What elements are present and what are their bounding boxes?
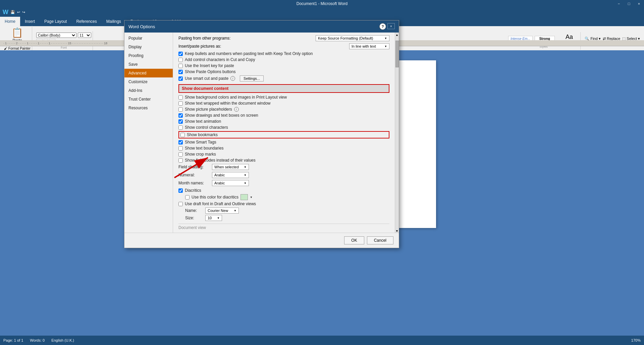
checkbox-drawings-label: Show drawings and text boxes on screen [185, 113, 258, 118]
smart-cut-info-icon[interactable]: i [230, 76, 235, 81]
checkbox-field-codes-input[interactable] [178, 158, 183, 163]
checkbox-smart-tags-input[interactable] [178, 140, 183, 145]
numeral-dropdown[interactable]: Arabic ▼ [212, 172, 249, 178]
insert-pictures-dropdown[interactable]: In line with text ▼ [349, 43, 389, 49]
modal-overlay: Word Options ? × Popular Display Proofin… [0, 0, 644, 345]
checkbox-draft-font-label: Use draft font in Draft and Outline view… [185, 202, 256, 206]
insert-pictures-label: Insert/paste pictures as: [178, 44, 221, 49]
sidebar-item-advanced[interactable]: Advanced [124, 69, 173, 77]
checkbox-bookmarks-label: Show bookmarks [187, 132, 218, 137]
status-words: Words: 0 [30, 338, 45, 342]
sidebar-item-popular[interactable]: Popular [124, 34, 173, 43]
checkbox-keep-bullets-label: Keep bullets and numbers when pasting te… [185, 51, 313, 56]
sidebar-item-addins[interactable]: Add-Ins [124, 86, 173, 95]
checkbox-control-chars-input[interactable] [178, 125, 183, 130]
checkbox-text-wrapped-label: Show text wrapped within the document wi… [185, 101, 270, 106]
month-names-dropdown[interactable]: Arabic ▼ [212, 180, 249, 186]
checkbox-use-color-diacritics: Use this color for diacritics ▼ [185, 194, 389, 200]
numeral-value: Arabic [214, 173, 225, 177]
font-size-dropdown[interactable]: 10 ▼ [205, 215, 222, 221]
checkbox-keep-bullets-input[interactable] [178, 52, 183, 56]
checkbox-insert-key-input[interactable] [178, 64, 183, 68]
checkbox-crop-marks: Show crop marks [178, 152, 389, 157]
checkbox-use-color-input[interactable] [185, 195, 190, 199]
field-shading-row: Field shading: When selected ▼ [178, 164, 389, 170]
checkbox-text-boundaries-input[interactable] [178, 146, 183, 151]
dialog-footer: OK Cancel [124, 233, 399, 248]
numeral-arrow-icon: ▼ [244, 174, 247, 177]
checkbox-draft-font-input[interactable] [178, 202, 183, 206]
checkbox-keep-bullets: Keep bullets and numbers when pasting te… [178, 51, 389, 56]
checkbox-text-wrapped-input[interactable] [178, 101, 183, 106]
checkbox-bookmarks-row: Show bookmarks [178, 131, 389, 138]
cancel-btn[interactable]: Cancel [367, 236, 393, 244]
vertical-scrollbar[interactable]: ▲ ▼ [395, 33, 399, 233]
picture-placeholders-info-icon[interactable]: i [234, 107, 239, 112]
scroll-up-btn[interactable]: ▲ [395, 33, 398, 37]
month-names-label: Month names: [178, 181, 209, 185]
font-name-dropdown[interactable]: Courier New ▼ [205, 208, 239, 214]
checkbox-diacritics-input[interactable] [178, 188, 183, 193]
sidebar-item-save[interactable]: Save [124, 60, 173, 69]
field-shading-value: When selected [214, 165, 239, 169]
section-header-document-content: Show document content [178, 84, 389, 93]
month-names-row: Month names: Arabic ▼ [178, 180, 389, 186]
font-name-value: Courier New [208, 209, 228, 213]
checkbox-smart-tags: Show Smart Tags [178, 140, 389, 145]
pasting-programs-dropdown[interactable]: Keep Source Formatting (Default) ▼ [316, 35, 389, 41]
insert-pictures-value: In line with text [352, 44, 376, 48]
checkbox-insert-key-label: Use the Insert key for paste [185, 63, 234, 68]
sidebar-item-customize[interactable]: Customize [124, 77, 173, 86]
font-size-label: Size: [185, 216, 202, 220]
document-view-label: Document view [178, 225, 389, 230]
checkbox-crop-marks-input[interactable] [178, 152, 183, 157]
sidebar-item-trustcenter[interactable]: Trust Center [124, 95, 173, 104]
checkbox-show-paste-input[interactable] [178, 70, 183, 74]
sidebar-item-display[interactable]: Display [124, 43, 173, 51]
status-zoom: 170% [631, 338, 641, 342]
checkbox-picture-placeholders-input[interactable] [178, 107, 183, 112]
checkbox-diacritics-label: Diacritics [185, 188, 201, 193]
checkbox-add-control: Add control characters in Cut and Copy [178, 57, 389, 62]
numeral-row: Numeral: Arabic ▼ [178, 172, 389, 178]
checkbox-smart-tags-label: Show Smart Tags [185, 140, 216, 145]
font-size-arrow-icon: ▼ [217, 217, 220, 220]
scroll-thumb[interactable] [395, 41, 399, 67]
checkbox-show-paste-label: Show Paste Options buttons [185, 69, 235, 74]
insert-pictures-arrow-icon: ▼ [384, 45, 387, 48]
checkbox-bg-colors-input[interactable] [178, 95, 183, 100]
section-divider-bottom [178, 224, 389, 224]
font-size-row: Size: 10 ▼ [185, 215, 389, 221]
pasting-programs-section: Pasting from other programs: Keep Source… [178, 35, 389, 49]
dialog-body: Popular Display Proofing Save Advanced C… [124, 33, 399, 233]
content-scroll[interactable]: Pasting from other programs: Keep Source… [173, 33, 395, 233]
checkbox-text-animation-input[interactable] [178, 119, 183, 124]
checkbox-text-animation-label: Show text animation [185, 119, 221, 124]
checkbox-use-color-label: Use this color for diacritics [192, 195, 238, 199]
checkbox-drawings-input[interactable] [178, 113, 183, 118]
checkbox-insert-key: Use the Insert key for paste [178, 63, 389, 68]
sidebar-item-proofing[interactable]: Proofing [124, 51, 173, 60]
dialog-close-btn[interactable]: × [387, 23, 395, 29]
sidebar-item-resources[interactable]: Resources [124, 104, 173, 112]
field-shading-arrow-icon: ▼ [244, 166, 247, 169]
font-name-row: Name: Courier New ▼ [185, 208, 389, 214]
checkbox-add-control-input[interactable] [178, 58, 183, 62]
diacritics-color-dropdown-arrow: ▼ [250, 196, 253, 199]
dialog-title: Word Options [128, 24, 155, 29]
ok-btn[interactable]: OK [344, 236, 364, 244]
settings-btn[interactable]: Settings... [240, 75, 264, 81]
checkbox-text-boundaries-label: Show text boundaries [185, 146, 223, 151]
diacritics-sub-section: Use this color for diacritics ▼ [185, 194, 389, 200]
numeral-label: Numeral: [178, 173, 209, 177]
insert-pictures-row: Insert/paste pictures as: In line with t… [178, 43, 389, 49]
dialog-title-bar: Word Options ? × [124, 20, 399, 33]
field-shading-dropdown[interactable]: When selected ▼ [212, 164, 249, 170]
dialog-help-btn[interactable]: ? [379, 23, 386, 30]
checkbox-text-boundaries: Show text boundaries [178, 146, 389, 151]
checkbox-smart-cut-label: Use smart cut and paste [185, 76, 228, 81]
checkbox-bookmarks-input[interactable] [180, 133, 185, 137]
diacritics-color-btn[interactable] [240, 194, 248, 200]
checkbox-smart-cut-input[interactable] [178, 76, 183, 81]
scroll-down-btn[interactable]: ▼ [395, 229, 398, 233]
